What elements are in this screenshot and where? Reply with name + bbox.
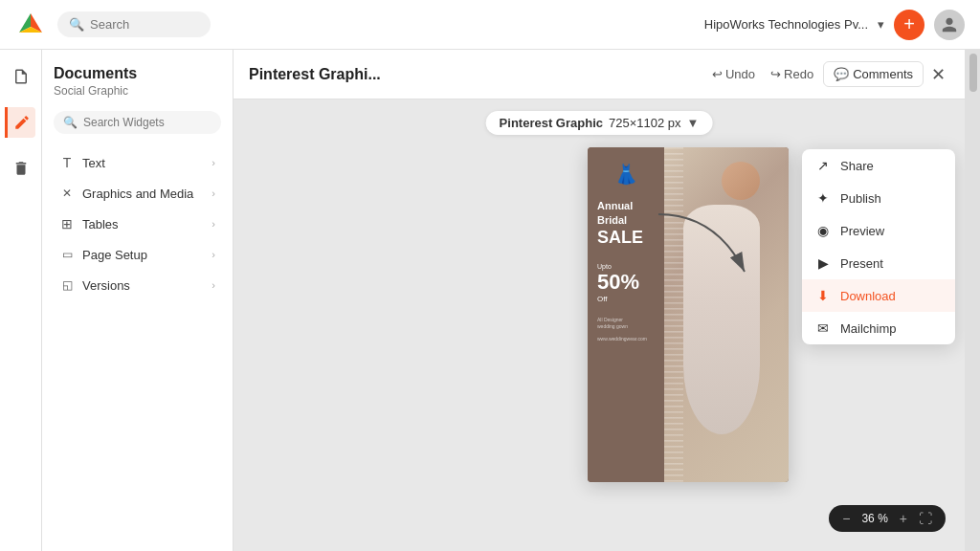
scrollbar-thumb[interactable] — [969, 54, 977, 92]
dropdown-publish[interactable]: ✦ Publish — [802, 182, 955, 214]
dropdown-publish-label: Publish — [840, 191, 881, 206]
zoom-percent: 36 % — [858, 512, 891, 525]
zoom-out-button[interactable]: − — [838, 509, 854, 528]
search-widgets-bar[interactable]: 🔍 — [54, 111, 221, 134]
add-button[interactable]: + — [894, 10, 924, 40]
mailchimp-icon: ✉ — [815, 320, 831, 336]
share-icon: ↗ — [815, 158, 831, 173]
design-preview-card: 👗 Annual Bridal SALE Upto 50% Off Al — [588, 147, 789, 482]
dropdown-download[interactable]: ⬇ Download — [802, 279, 955, 312]
sidebar: Documents Social Graphic 🔍 T Text › ✕ Gr… — [42, 50, 234, 551]
canvas-size: 725×1102 px — [609, 116, 681, 130]
dropdown-preview-label: Preview — [840, 224, 884, 238]
avatar[interactable] — [934, 10, 965, 40]
search-icon: 🔍 — [69, 17, 84, 32]
editor-title: Pinterest Graphi... — [249, 66, 381, 83]
dropdown-present[interactable]: ▶ Present — [802, 247, 955, 279]
sidebar-item-label-versions: Versions — [82, 278, 130, 293]
right-scrollbar[interactable] — [965, 50, 980, 551]
canvas-area[interactable]: Pinterest Graphic 725×1102 px ▼ ⊞ ⊟ 👗 An… — [234, 99, 965, 551]
icon-bar — [0, 50, 42, 551]
redo-icon: ↪ — [770, 67, 781, 81]
dropdown-preview[interactable]: ◉ Preview — [802, 214, 955, 247]
app-logo[interactable] — [15, 10, 46, 40]
dress-icon: 👗 — [597, 163, 655, 186]
comments-icon: 💬 — [834, 67, 849, 81]
editor-header: Pinterest Graphi... ↩ Undo ↪ Redo 💬 Comm… — [234, 50, 965, 99]
zoom-bar: − 36 % + ⛶ — [829, 505, 946, 532]
sidebar-item-label-text: Text — [82, 156, 105, 170]
design-right-panel — [664, 147, 789, 482]
icon-bar-delete[interactable] — [6, 153, 36, 184]
dropdown-share[interactable]: ↗ Share — [802, 149, 955, 182]
sidebar-item-label-graphics: Graphics and Media — [82, 187, 193, 201]
undo-icon: ↩ — [712, 67, 723, 81]
dropdown-present-label: Present — [840, 256, 883, 271]
fullscreen-button[interactable]: ⛶ — [915, 509, 936, 528]
search-widgets-input[interactable] — [83, 116, 212, 129]
icon-bar-edit[interactable] — [5, 107, 35, 138]
dropdown-share-label: Share — [840, 159, 874, 173]
annual-label: Annual Bridal SALE — [597, 199, 655, 246]
sidebar-item-label-tables: Tables — [82, 217, 119, 231]
text-icon: T — [59, 155, 75, 170]
page-setup-icon: ▭ — [59, 247, 75, 262]
woman-figure — [679, 162, 784, 449]
publish-dropdown: ↗ Share ✦ Publish ◉ Preview ▶ Present ⬇ — [802, 149, 955, 344]
main-canvas-area: Pinterest Graphi... ↩ Undo ↪ Redo 💬 Comm… — [234, 50, 965, 551]
sidebar-item-tables[interactable]: ⊞ Tables › — [54, 209, 221, 239]
design-image — [664, 147, 789, 482]
nav-right: HipoWorks Technologies Pv... ▾ + — [704, 10, 965, 40]
editor-header-right: ↩ Undo ↪ Redo 💬 Comments ✕ — [706, 60, 949, 89]
top-nav: 🔍 HipoWorks Technologies Pv... ▾ + — [0, 0, 980, 50]
sidebar-title: Documents — [54, 65, 221, 82]
chevron-right-icon-2: › — [212, 187, 215, 199]
sidebar-item-label-page-setup: Page Setup — [82, 248, 147, 262]
download-icon: ⬇ — [815, 288, 831, 303]
icon-bar-doc[interactable] — [6, 61, 36, 92]
company-dropdown-icon[interactable]: ▾ — [878, 17, 884, 32]
redo-button[interactable]: ↪ Redo — [765, 63, 819, 85]
versions-icon: ◱ — [59, 277, 75, 293]
sidebar-item-text[interactable]: T Text › — [54, 147, 221, 178]
company-name: HipoWorks Technologies Pv... — [704, 17, 868, 32]
graphics-icon: ✕ — [59, 186, 75, 201]
undo-button[interactable]: ↩ Undo — [706, 63, 761, 85]
sidebar-subtitle: Social Graphic — [54, 84, 221, 98]
zoom-in-button[interactable]: + — [896, 509, 911, 528]
sidebar-item-versions[interactable]: ◱ Versions › — [54, 270, 221, 300]
chevron-right-icon-5: › — [212, 279, 215, 291]
canvas-name: Pinterest Graphic — [500, 116, 603, 130]
publish-icon: ✦ — [815, 190, 831, 206]
chevron-right-icon: › — [212, 157, 215, 168]
global-search-bar[interactable]: 🔍 — [57, 11, 211, 37]
design-fine-print: All Designer wedding gown www.weddingwea… — [597, 317, 655, 342]
close-button[interactable]: ✕ — [927, 60, 949, 89]
dropdown-mailchimp-label: Mailchimp — [840, 321, 897, 336]
tables-icon: ⊞ — [59, 216, 75, 231]
chevron-down-icon: ▼ — [687, 116, 700, 130]
comments-button[interactable]: 💬 Comments — [823, 61, 924, 87]
design-left-panel: 👗 Annual Bridal SALE Upto 50% Off Al — [588, 147, 664, 482]
preview-icon: ◉ — [815, 223, 831, 238]
present-icon: ▶ — [815, 255, 831, 271]
canvas-label[interactable]: Pinterest Graphic 725×1102 px ▼ — [486, 111, 713, 135]
dropdown-download-label: Download — [840, 289, 896, 303]
global-search-input[interactable] — [90, 17, 199, 32]
dropdown-mailchimp[interactable]: ✉ Mailchimp — [802, 312, 955, 344]
search-widgets-icon: 🔍 — [63, 116, 78, 129]
sidebar-item-page-setup[interactable]: ▭ Page Setup › — [54, 239, 221, 270]
chevron-right-icon-4: › — [212, 249, 215, 260]
main-layout: Documents Social Graphic 🔍 T Text › ✕ Gr… — [0, 50, 980, 551]
chevron-right-icon-3: › — [212, 218, 215, 230]
sidebar-item-graphics[interactable]: ✕ Graphics and Media › — [54, 178, 221, 209]
